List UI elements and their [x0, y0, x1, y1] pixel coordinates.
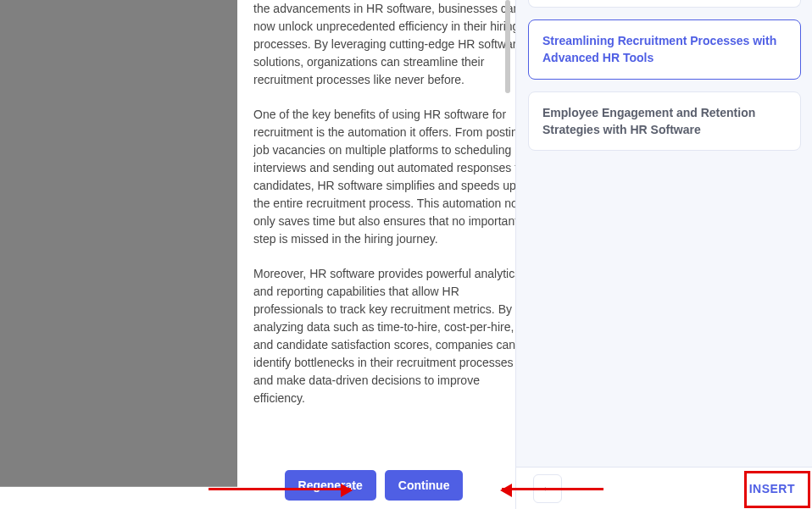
- suggestion-card[interactable]: [528, 0, 801, 8]
- generated-paragraph: the advancements in HR software, busines…: [253, 0, 525, 89]
- modal-backdrop: [0, 0, 237, 487]
- suggestion-card[interactable]: Employee Engagement and Retention Strate…: [528, 91, 801, 152]
- generated-paragraph: One of the key benefits of using HR soft…: [253, 106, 525, 248]
- arrow-left-icon: ←: [541, 481, 554, 496]
- continue-button[interactable]: Continue: [385, 470, 464, 501]
- insert-button[interactable]: INSERT: [741, 475, 804, 502]
- suggestions-panel: Streamlining Recruitment Processes with …: [515, 0, 812, 467]
- back-button[interactable]: ←: [533, 474, 562, 503]
- generated-paragraph: Moreover, HR software provides powerful …: [253, 265, 525, 407]
- action-buttons-row: Regenerate Continue: [238, 470, 509, 501]
- generated-text-body: the advancements in HR software, busines…: [253, 0, 525, 407]
- scrollbar-thumb[interactable]: [505, 0, 510, 93]
- generated-text-panel: the advancements in HR software, busines…: [238, 0, 540, 457]
- suggestion-card-selected[interactable]: Streamlining Recruitment Processes with …: [528, 19, 801, 80]
- text-scrollbar[interactable]: [505, 0, 510, 169]
- regenerate-button[interactable]: Regenerate: [285, 470, 376, 501]
- suggestions-footer: ← INSERT: [515, 467, 812, 509]
